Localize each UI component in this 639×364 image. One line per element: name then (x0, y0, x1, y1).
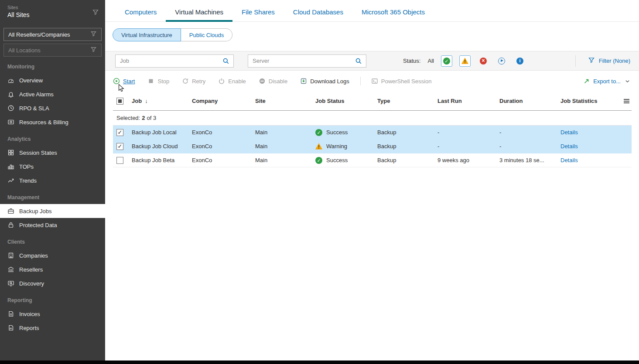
search-icon[interactable] (351, 58, 366, 65)
status-warning-toggle[interactable] (459, 55, 471, 67)
last-run-cell: - (437, 129, 499, 136)
details-link[interactable]: Details (560, 143, 578, 150)
sidebar-item-session-states[interactable]: Session States (0, 146, 105, 160)
sidebar-item-companies[interactable]: Companies (0, 248, 105, 262)
sidebar-item-label: Overview (19, 77, 43, 84)
export-arrow-icon (583, 78, 590, 85)
sites-value: All Sites (7, 11, 99, 18)
resellers-filter-label: All Resellers/Companies (8, 31, 70, 38)
column-options-icon[interactable] (622, 98, 631, 105)
divider (575, 55, 576, 67)
sidebar-section-clients: Clients (0, 232, 105, 248)
start-button[interactable]: Start (113, 78, 135, 85)
sidebar-item-label: Reports (19, 325, 39, 331)
company-cell: ExonCo (192, 157, 255, 163)
sidebar-item-resources-billing[interactable]: Resources & Billing (0, 115, 105, 129)
export-to-button[interactable]: Export to... (583, 78, 630, 85)
server-search-input[interactable] (248, 58, 351, 64)
job-status-cell: Success (315, 157, 377, 164)
status-running-toggle[interactable] (496, 55, 507, 67)
row-checkbox[interactable] (116, 143, 123, 150)
column-header-duration[interactable]: Duration (499, 98, 560, 104)
tab-microsoft-365-objects[interactable]: Microsoft 365 Objects (352, 8, 434, 21)
success-icon (443, 58, 450, 65)
locations-filter-label: All Locations (8, 47, 41, 54)
sidebar-item-discovery[interactable]: Discovery (0, 276, 105, 290)
type-cell: Backup (377, 157, 437, 163)
status-error-toggle[interactable] (478, 55, 489, 67)
job-name: Backup Job Cloud (132, 143, 192, 150)
download-logs-button[interactable]: Download Logs (300, 78, 349, 85)
billing-icon (7, 119, 14, 126)
sidebar-item-label: Resellers (19, 266, 43, 273)
details-link[interactable]: Details (560, 157, 578, 163)
tab-virtual-machines[interactable]: Virtual Machines (166, 8, 232, 21)
job-status-cell: Warning (315, 143, 377, 150)
briefcase-icon (7, 208, 14, 214)
job-search-box (115, 54, 234, 68)
job-search-input[interactable] (116, 58, 219, 64)
sites-scope-selector[interactable]: Sites All Sites (0, 0, 105, 23)
filter-icon[interactable] (92, 9, 99, 17)
column-header-job-statistics[interactable]: Job Statistics (560, 98, 598, 104)
tab-file-shares[interactable]: File Shares (232, 8, 284, 21)
sidebar-item-protected-data[interactable]: Protected Data (0, 218, 105, 232)
table-header: Job↓ Company Site Job Status Type Last R… (113, 92, 632, 111)
type-cell: Backup (377, 129, 437, 136)
status-info-toggle[interactable] (514, 55, 526, 67)
warning-icon (315, 143, 322, 150)
terminal-icon (371, 78, 378, 85)
sidebar-item-invoices[interactable]: Invoices (0, 307, 105, 321)
tab-computers[interactable]: Computers (116, 8, 166, 21)
row-checkbox[interactable] (116, 157, 123, 164)
bar-chart-icon (7, 163, 14, 170)
details-link[interactable]: Details (560, 129, 578, 136)
retry-button[interactable]: Retry (182, 78, 205, 85)
enable-button[interactable]: Enable (218, 78, 246, 85)
sidebar-item-active-alarms[interactable]: Active Alarms (0, 87, 105, 101)
filter-icon (90, 46, 97, 54)
sidebar-item-label: Resources & Billing (19, 119, 68, 126)
sidebar-item-label: Active Alarms (19, 91, 54, 98)
subtab-public-clouds[interactable]: Public Clouds (181, 28, 233, 41)
clock-icon (7, 105, 14, 112)
stop-button[interactable]: Stop (147, 78, 169, 85)
resellers-filter-select[interactable]: All Resellers/Companies (3, 28, 102, 41)
site-cell: Main (255, 157, 315, 163)
sidebar-item-backup-jobs[interactable]: Backup Jobs (0, 204, 105, 218)
filter-none-button[interactable]: Filter (None) (588, 57, 630, 65)
row-checkbox[interactable] (116, 129, 123, 136)
sidebar-item-resellers[interactable]: Resellers (0, 262, 105, 276)
running-icon (498, 58, 505, 65)
status-all-toggle[interactable]: All (427, 58, 434, 64)
duration-cell: - (499, 143, 560, 150)
select-all-checkbox[interactable] (116, 98, 123, 105)
search-icon[interactable] (219, 58, 233, 65)
subtab-virtual-infrastructure[interactable]: Virtual Infrastructure (113, 28, 181, 41)
column-header-site[interactable]: Site (255, 98, 315, 104)
sidebar-item-reports[interactable]: Reports (0, 321, 105, 335)
sidebar-item-overview[interactable]: Overview (0, 73, 105, 87)
sidebar-section-reporting: Reporting (0, 290, 105, 307)
jobs-table: Job↓ Company Site Job Status Type Last R… (113, 92, 632, 167)
server-search-box (248, 54, 366, 68)
column-header-company[interactable]: Company (192, 98, 255, 104)
column-header-last-run[interactable]: Last Run (437, 98, 499, 104)
table-row[interactable]: Backup Job Beta ExonCo Main Success Back… (113, 153, 632, 167)
sidebar-item-tops[interactable]: TOPs (0, 160, 105, 173)
table-row[interactable]: Backup Job Cloud ExonCo Main Warning Bac… (113, 139, 632, 153)
table-row[interactable]: Backup Job Local ExonCo Main Success Bac… (113, 126, 632, 139)
sidebar-item-rpo-sla[interactable]: RPO & SLA (0, 101, 105, 115)
chevron-down-icon (625, 78, 630, 84)
info-icon (516, 58, 523, 65)
sidebar-item-label: Invoices (19, 311, 40, 317)
column-header-type[interactable]: Type (377, 98, 437, 104)
column-header-job-status[interactable]: Job Status (315, 98, 377, 104)
tab-cloud-databases[interactable]: Cloud Databases (284, 8, 352, 21)
disable-button[interactable]: Disable (259, 78, 287, 85)
sidebar-item-trends[interactable]: Trends (0, 173, 105, 187)
column-header-job[interactable]: Job↓ (132, 98, 192, 104)
powershell-session-button[interactable]: PowerShell Session (371, 78, 432, 85)
stop-icon (147, 78, 154, 85)
status-success-toggle[interactable] (441, 55, 452, 67)
